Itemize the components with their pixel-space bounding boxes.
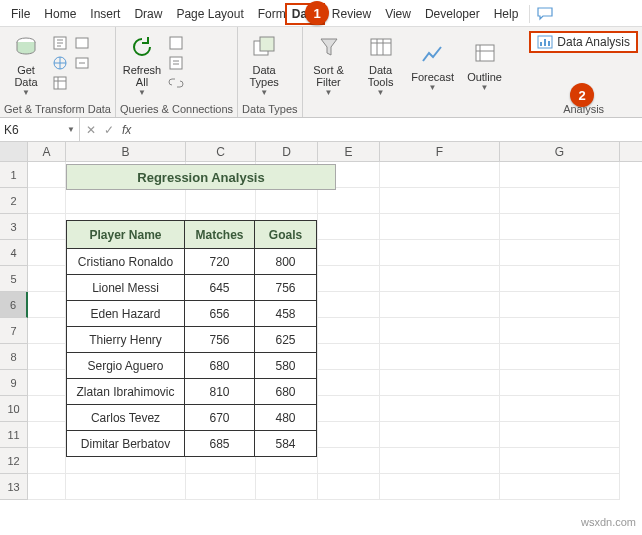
cell-matches[interactable]: 680	[185, 353, 255, 379]
existing-conn-icon[interactable]	[74, 55, 92, 73]
cell[interactable]	[380, 292, 500, 318]
cell-player-name[interactable]: Lionel Messi	[67, 275, 185, 301]
cell[interactable]	[318, 344, 380, 370]
cell[interactable]	[500, 188, 620, 214]
row-header[interactable]: 8	[0, 344, 28, 370]
enter-icon[interactable]: ✓	[104, 123, 114, 137]
cell[interactable]	[28, 318, 66, 344]
cell-matches[interactable]: 670	[185, 405, 255, 431]
cell[interactable]	[318, 214, 380, 240]
cell[interactable]	[500, 448, 620, 474]
cell[interactable]	[28, 162, 66, 188]
cell[interactable]	[500, 474, 620, 500]
cell[interactable]	[500, 318, 620, 344]
name-box[interactable]: K6 ▼	[0, 118, 80, 141]
cell-goals[interactable]: 680	[255, 379, 317, 405]
cell[interactable]	[380, 370, 500, 396]
tab-draw[interactable]: Draw	[127, 3, 169, 25]
col-header[interactable]: E	[318, 142, 380, 161]
tab-developer[interactable]: Developer	[418, 3, 487, 25]
cell[interactable]	[28, 448, 66, 474]
cell[interactable]	[380, 162, 500, 188]
properties-icon[interactable]	[168, 55, 186, 73]
col-header[interactable]: A	[28, 142, 66, 161]
cell[interactable]	[318, 396, 380, 422]
row-header[interactable]: 6	[0, 292, 28, 318]
tab-file[interactable]: File	[4, 3, 37, 25]
cell[interactable]	[318, 474, 380, 500]
tab-formulas[interactable]: Formulas	[251, 3, 285, 25]
cell[interactable]	[380, 240, 500, 266]
tab-review[interactable]: Review	[325, 3, 378, 25]
comments-icon[interactable]	[529, 5, 553, 23]
row-header[interactable]: 1	[0, 162, 28, 188]
tab-insert[interactable]: Insert	[83, 3, 127, 25]
cell[interactable]	[28, 344, 66, 370]
data-analysis-button[interactable]: Data Analysis	[529, 31, 638, 53]
cell[interactable]	[66, 188, 186, 214]
cell[interactable]	[380, 266, 500, 292]
cell[interactable]	[380, 214, 500, 240]
cell[interactable]	[318, 318, 380, 344]
cell[interactable]	[28, 474, 66, 500]
cell[interactable]	[500, 214, 620, 240]
cell[interactable]	[318, 370, 380, 396]
cell[interactable]	[28, 266, 66, 292]
worksheet-grid[interactable]: A B C D E F G 12345678910111213 Regressi…	[0, 142, 642, 532]
row-header[interactable]: 11	[0, 422, 28, 448]
sort-filter-button[interactable]: Sort & Filter ▼	[307, 31, 351, 97]
cell-player-name[interactable]: Dimitar Berbatov	[67, 431, 185, 457]
row-header[interactable]: 13	[0, 474, 28, 500]
row-header[interactable]: 12	[0, 448, 28, 474]
cell-goals[interactable]: 580	[255, 353, 317, 379]
queries-icon[interactable]	[168, 35, 186, 53]
edit-links-icon[interactable]	[168, 75, 186, 93]
col-header[interactable]: F	[380, 142, 500, 161]
formula-input[interactable]	[137, 118, 642, 141]
cell[interactable]	[28, 240, 66, 266]
cell[interactable]	[28, 292, 66, 318]
cell-player-name[interactable]: Thierry Henry	[67, 327, 185, 353]
cell-matches[interactable]: 656	[185, 301, 255, 327]
from-text-icon[interactable]	[52, 35, 70, 53]
forecast-button[interactable]: Forecast ▼	[411, 31, 455, 97]
cell[interactable]	[500, 344, 620, 370]
cell[interactable]	[380, 422, 500, 448]
cell[interactable]	[318, 240, 380, 266]
cell[interactable]	[256, 188, 318, 214]
cell[interactable]	[380, 448, 500, 474]
cell[interactable]	[500, 240, 620, 266]
cell[interactable]	[28, 422, 66, 448]
cell[interactable]	[500, 422, 620, 448]
col-header[interactable]: G	[500, 142, 620, 161]
cell[interactable]	[380, 188, 500, 214]
cell[interactable]	[318, 188, 380, 214]
row-header[interactable]: 10	[0, 396, 28, 422]
cell[interactable]	[186, 474, 256, 500]
cell-player-name[interactable]: Zlatan Ibrahimovic	[67, 379, 185, 405]
cell-matches[interactable]: 685	[185, 431, 255, 457]
cell[interactable]	[380, 474, 500, 500]
tab-view[interactable]: View	[378, 3, 418, 25]
cell[interactable]	[318, 448, 380, 474]
cell-goals[interactable]: 800	[255, 249, 317, 275]
cell-goals[interactable]: 625	[255, 327, 317, 353]
cell-matches[interactable]: 645	[185, 275, 255, 301]
outline-button[interactable]: Outline ▼	[463, 31, 507, 97]
col-header[interactable]: D	[256, 142, 318, 161]
cell-goals[interactable]: 584	[255, 431, 317, 457]
cell[interactable]	[28, 396, 66, 422]
cell-matches[interactable]: 756	[185, 327, 255, 353]
data-tools-button[interactable]: Data Tools ▼	[359, 31, 403, 97]
cell[interactable]	[318, 422, 380, 448]
cancel-icon[interactable]: ✕	[86, 123, 96, 137]
cell[interactable]	[380, 396, 500, 422]
refresh-all-button[interactable]: Refresh All ▼	[120, 31, 164, 97]
recent-sources-icon[interactable]	[74, 35, 92, 53]
cell-player-name[interactable]: Eden Hazard	[67, 301, 185, 327]
cell[interactable]	[380, 344, 500, 370]
cell[interactable]	[28, 214, 66, 240]
cell[interactable]	[500, 266, 620, 292]
tab-help[interactable]: Help	[487, 3, 526, 25]
cell-matches[interactable]: 810	[185, 379, 255, 405]
